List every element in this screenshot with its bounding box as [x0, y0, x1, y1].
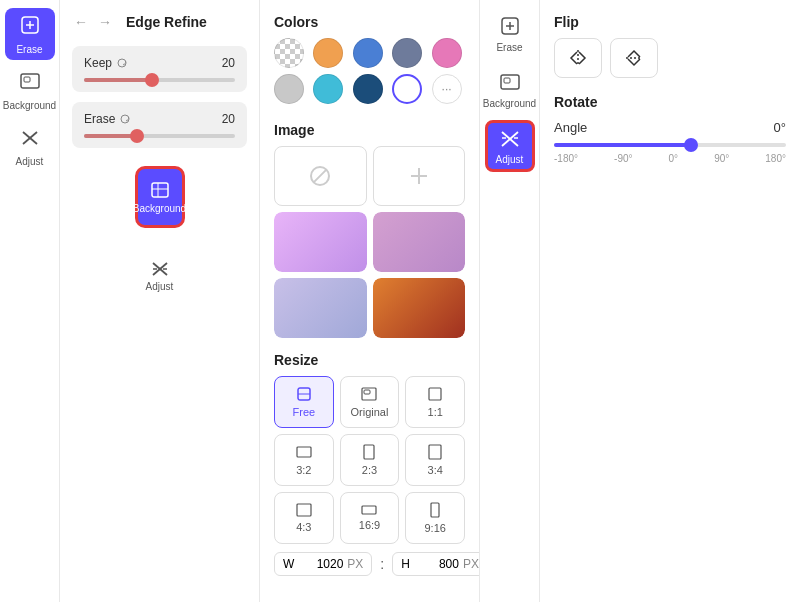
- erase-icon: [19, 14, 41, 41]
- image-thumb-2[interactable]: [373, 212, 466, 272]
- right-tool-erase[interactable]: Erase: [485, 8, 535, 60]
- resize-4-3-label: 4:3: [296, 521, 311, 533]
- swatch-transparent[interactable]: [274, 38, 304, 68]
- width-input-wrapper: W PX: [274, 552, 372, 576]
- right-tool-background[interactable]: Background: [485, 64, 535, 116]
- resize-1-1[interactable]: 1:1: [405, 376, 465, 428]
- keep-value: 20: [222, 56, 235, 70]
- resize-grid: Free Original 1:1 3:2 2:3 3:4: [274, 376, 465, 544]
- width-input[interactable]: [298, 557, 343, 571]
- tool-erase[interactable]: Erase: [5, 8, 55, 60]
- tool-erase-label: Erase: [16, 44, 42, 55]
- keep-track[interactable]: [84, 78, 235, 82]
- mark-180: 180°: [765, 153, 786, 164]
- swatch-cyan[interactable]: [313, 74, 343, 104]
- flip-vertical-button[interactable]: [610, 38, 658, 78]
- erase-slider-row: Erase ✓ 20: [84, 112, 235, 126]
- resize-title: Resize: [274, 352, 465, 368]
- swatch-orange[interactable]: [313, 38, 343, 68]
- resize-9-16[interactable]: 9:16: [405, 492, 465, 544]
- mark-0: 0°: [669, 153, 679, 164]
- bg-tool-mini: Background Adjust: [72, 166, 247, 300]
- left-toolbar: Erase Background Adjust: [0, 0, 60, 602]
- svg-rect-26: [429, 388, 441, 400]
- nav-arrows: ← →: [72, 12, 114, 32]
- height-input-wrapper: H PX: [392, 552, 480, 576]
- svg-line-19: [314, 170, 327, 183]
- resize-4-3[interactable]: 4:3: [274, 492, 334, 544]
- svg-rect-11: [152, 183, 168, 197]
- swatch-blue[interactable]: [353, 38, 383, 68]
- image-title: Image: [274, 122, 465, 138]
- svg-rect-32: [431, 503, 439, 517]
- flip-rotate-panel: Flip Rotate Angle 0°: [540, 0, 800, 602]
- resize-16-9[interactable]: 16:9: [340, 492, 400, 544]
- right-tools: Erase Background Adjust: [480, 0, 540, 602]
- flip-horizontal-button[interactable]: [554, 38, 602, 78]
- height-unit: PX: [463, 557, 479, 571]
- tool-background[interactable]: Background: [5, 64, 55, 116]
- width-unit: PX: [347, 557, 363, 571]
- resize-2-3-label: 2:3: [362, 464, 377, 476]
- rotate-title: Rotate: [554, 94, 786, 110]
- swatch-slate[interactable]: [392, 38, 422, 68]
- keep-slider-row: Keep ✓ 20: [84, 56, 235, 70]
- bg-mini-label: Background: [133, 203, 186, 214]
- right-adjust-label: Adjust: [496, 154, 524, 165]
- image-thumb-1[interactable]: [274, 212, 367, 272]
- redo-button[interactable]: →: [96, 12, 114, 32]
- image-add-btn[interactable]: [373, 146, 466, 206]
- right-background-icon: [499, 71, 521, 95]
- right-background-label: Background: [483, 98, 536, 109]
- right-tool-adjust[interactable]: Adjust: [485, 120, 535, 172]
- resize-3-2[interactable]: 3:2: [274, 434, 334, 486]
- resize-3-4[interactable]: 3:4: [405, 434, 465, 486]
- tool-adjust[interactable]: Adjust: [5, 120, 55, 172]
- flip-buttons: [554, 38, 786, 78]
- swatch-white[interactable]: [392, 74, 422, 104]
- resize-free[interactable]: Free: [274, 376, 334, 428]
- colors-section: Colors ···: [274, 14, 465, 108]
- angle-label: Angle: [554, 120, 587, 135]
- rotate-marks: -180° -90° 0° 90° 180°: [554, 153, 786, 164]
- height-input[interactable]: [414, 557, 459, 571]
- mark-minus-90: -90°: [614, 153, 632, 164]
- svg-rect-29: [429, 445, 441, 459]
- swatch-pink[interactable]: [432, 38, 462, 68]
- adjust-icon: [19, 126, 41, 153]
- resize-2-3[interactable]: 2:3: [340, 434, 400, 486]
- keep-label: Keep ✓: [84, 56, 128, 70]
- flip-section: Flip: [554, 14, 786, 78]
- rotate-slider-track[interactable]: [554, 143, 786, 147]
- image-thumb-3[interactable]: [274, 278, 367, 338]
- erase-track[interactable]: [84, 134, 235, 138]
- swatch-more[interactable]: ···: [432, 74, 462, 104]
- adjust-mini-button[interactable]: Adjust: [135, 250, 185, 300]
- undo-button[interactable]: ←: [72, 12, 90, 32]
- resize-3-2-label: 3:2: [296, 464, 311, 476]
- background-mini-button[interactable]: Background: [135, 166, 185, 228]
- dim-separator: :: [380, 556, 384, 572]
- resize-16-9-label: 16:9: [359, 519, 380, 531]
- image-thumb-4[interactable]: [373, 278, 466, 338]
- svg-rect-30: [297, 504, 311, 516]
- right-erase-icon: [499, 15, 521, 39]
- svg-rect-25: [364, 390, 370, 394]
- flip-title: Flip: [554, 14, 786, 30]
- image-grid: [274, 146, 465, 338]
- adjust-mini-label: Adjust: [146, 281, 174, 292]
- resize-original[interactable]: Original: [340, 376, 400, 428]
- swatch-darkblue[interactable]: [353, 74, 383, 104]
- svg-rect-28: [364, 445, 374, 459]
- height-label: H: [401, 557, 410, 571]
- erase-slider-section: Erase ✓ 20: [72, 102, 247, 148]
- svg-text:✓: ✓: [122, 60, 128, 67]
- svg-rect-27: [297, 447, 311, 457]
- angle-row: Angle 0°: [554, 120, 786, 135]
- colors-grid: ···: [274, 38, 465, 104]
- background-icon: [19, 70, 41, 97]
- swatch-gray[interactable]: [274, 74, 304, 104]
- tool-adjust-label: Adjust: [16, 156, 44, 167]
- image-remove-btn[interactable]: [274, 146, 367, 206]
- mark-90: 90°: [714, 153, 729, 164]
